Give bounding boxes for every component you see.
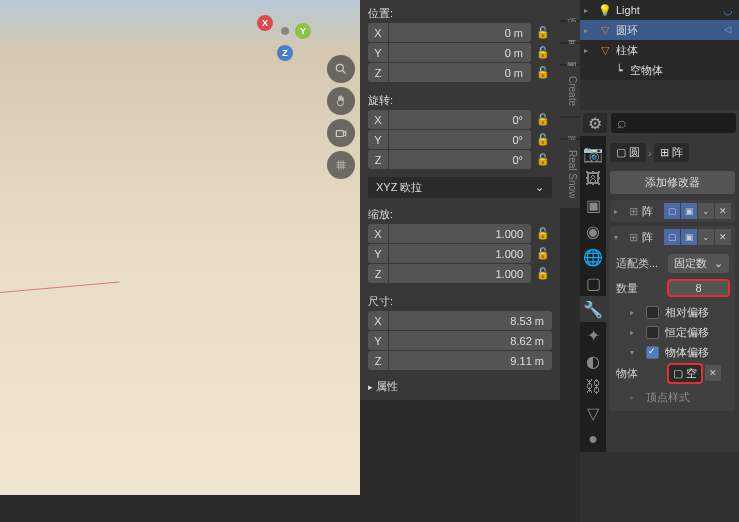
outliner-item-empty[interactable]: ┕ 空物体 — [580, 60, 739, 80]
lock-icon[interactable]: 🔓 — [534, 267, 552, 280]
gizmo-center[interactable] — [281, 27, 289, 35]
expand-icon[interactable]: ▸ — [630, 308, 640, 317]
pan-button[interactable] — [327, 87, 355, 115]
properties-panel-toggle[interactable]: 属性 — [360, 375, 560, 398]
tab-view-layer[interactable]: ▣ — [580, 192, 606, 218]
dim-x-field[interactable]: 8.53 m — [389, 311, 552, 330]
tab-view[interactable]: 视图 — [560, 44, 580, 66]
zoom-button[interactable] — [327, 55, 355, 83]
modifier-name: 阵 — [642, 230, 662, 245]
dim-y-field[interactable]: 8.62 m — [389, 331, 552, 350]
pin-button[interactable]: ⚙ — [583, 113, 607, 133]
gizmo-z-axis[interactable]: Z — [277, 45, 293, 61]
expand-icon[interactable]: ▸ — [630, 393, 640, 402]
expand-icon[interactable]: ▸ — [584, 46, 594, 55]
expand-icon[interactable]: ▾ — [630, 348, 640, 357]
breadcrumb-object[interactable]: ▢ 圆 — [610, 143, 646, 162]
modifier-header[interactable]: ▾ ⊞ 阵 ▢ ▣ ⌄ ✕ — [610, 226, 735, 248]
tab-output[interactable]: 🖼 — [580, 166, 606, 192]
expand-icon[interactable]: ▾ — [614, 233, 624, 242]
properties-search[interactable]: ⌕ — [611, 113, 736, 133]
rotation-y-field[interactable]: 0° — [389, 130, 531, 149]
fit-type-select[interactable]: 固定数⌄ — [668, 254, 729, 273]
lock-icon[interactable]: 🔓 — [534, 247, 552, 260]
tab-material[interactable]: ● — [580, 426, 606, 452]
mod-close[interactable]: ✕ — [715, 203, 731, 219]
axis-y: Y — [368, 43, 388, 62]
mod-dropdown[interactable]: ⌄ — [698, 203, 714, 219]
object-offset-checkbox[interactable] — [646, 346, 659, 359]
scale-y-field[interactable]: 1.000 — [389, 244, 531, 263]
tab-modifiers[interactable]: 🔧 — [580, 296, 606, 322]
lock-icon[interactable]: 🔓 — [534, 227, 552, 240]
tab-object[interactable]: ▢ — [580, 270, 606, 296]
tab-physics[interactable]: ◐ — [580, 348, 606, 374]
scale-z-field[interactable]: 1.000 — [389, 264, 531, 283]
count-field[interactable]: 8 — [668, 280, 729, 296]
viewport-3d[interactable]: X Y Z — [0, 0, 360, 495]
object-offset-row[interactable]: ▾ 物体偏移 — [616, 342, 729, 362]
relative-offset-checkbox[interactable] — [646, 306, 659, 319]
tab-misc[interactable]: 器 — [560, 118, 580, 140]
search-icon: ⌕ — [617, 114, 627, 132]
tab-constraints[interactable]: ⛓ — [580, 374, 606, 400]
lock-icon[interactable]: 🔓 — [534, 46, 552, 59]
gizmo-y-axis[interactable]: Y — [295, 23, 311, 39]
lock-icon[interactable]: 🔓 — [534, 113, 552, 126]
add-modifier-button[interactable]: 添加修改器 — [610, 171, 735, 194]
axis-x-line — [0, 282, 120, 293]
mod-dropdown[interactable]: ⌄ — [698, 229, 714, 245]
modifier-header[interactable]: ▸ ⊞ 阵 ▢ ▣ ⌄ ✕ — [610, 200, 735, 222]
lock-icon[interactable]: 🔓 — [534, 133, 552, 146]
axis-y: Y — [368, 244, 388, 263]
gizmo-x-axis[interactable]: X — [257, 15, 273, 31]
dim-z-field[interactable]: 9.11 m — [389, 351, 552, 370]
tab-item[interactable]: 项 — [560, 0, 580, 22]
outliner-item-cylinder[interactable]: ▸ ▽ 柱体 — [580, 40, 739, 60]
tab-data[interactable]: ▽ — [580, 400, 606, 426]
tab-scene[interactable]: ◉ — [580, 218, 606, 244]
object-clear[interactable]: ✕ — [705, 365, 721, 381]
rotation-z-field[interactable]: 0° — [389, 150, 531, 169]
expand-icon[interactable]: ▸ — [630, 328, 640, 337]
tab-particles[interactable]: ✦ — [580, 322, 606, 348]
lock-icon[interactable]: 🔓 — [534, 66, 552, 79]
outliner-item-torus[interactable]: ▸ ▽ 圆环 ᐊ — [580, 20, 739, 40]
visibility-toggle[interactable]: ◡ — [721, 4, 735, 17]
vertex-row[interactable]: ▸ 顶点样式 — [616, 387, 729, 407]
expand-icon[interactable]: ▸ — [614, 207, 624, 216]
navigation-gizmo[interactable]: X Y Z — [255, 5, 315, 65]
tab-world[interactable]: 🌐 — [580, 244, 606, 270]
scale-label: 缩放: — [368, 205, 552, 224]
rotation-mode-select[interactable]: XYZ 欧拉⌄ — [368, 177, 552, 198]
mod-realtime-toggle[interactable]: ▢ — [664, 229, 680, 245]
mod-realtime-toggle[interactable]: ▢ — [664, 203, 680, 219]
mod-render-toggle[interactable]: ▣ — [681, 229, 697, 245]
location-y-field[interactable]: 0 m — [389, 43, 531, 62]
outliner-item-light[interactable]: ▸ 💡 Light ◡ — [580, 0, 739, 20]
mod-render-toggle[interactable]: ▣ — [681, 203, 697, 219]
tab-tool[interactable]: 工具 — [560, 22, 580, 44]
constant-offset-checkbox[interactable] — [646, 326, 659, 339]
location-x-field[interactable]: 0 m — [389, 23, 531, 42]
breadcrumb-modifier[interactable]: ⊞ 阵 — [654, 143, 689, 162]
tab-render[interactable]: 📷 — [580, 140, 606, 166]
tab-create[interactable]: Create — [560, 66, 580, 118]
lock-icon[interactable]: 🔓 — [534, 26, 552, 39]
constant-offset-row[interactable]: ▸ 恒定偏移 — [616, 322, 729, 342]
scale-x-field[interactable]: 1.000 — [389, 224, 531, 243]
expand-icon[interactable]: ▸ — [584, 6, 594, 15]
camera-button[interactable] — [327, 119, 355, 147]
visibility-toggle[interactable]: ᐊ — [721, 24, 735, 37]
relative-offset-row[interactable]: ▸ 相对偏移 — [616, 302, 729, 322]
tab-real-snow[interactable]: Real Snow — [560, 140, 580, 210]
vertex-label: 顶点样式 — [646, 390, 690, 405]
expand-icon[interactable]: ▸ — [584, 26, 594, 35]
lock-icon[interactable]: 🔓 — [534, 153, 552, 166]
location-z-field[interactable]: 0 m — [389, 63, 531, 82]
object-picker[interactable]: ▢ 空 — [668, 364, 702, 383]
rotation-x-field[interactable]: 0° — [389, 110, 531, 129]
mod-close[interactable]: ✕ — [715, 229, 731, 245]
perspective-button[interactable] — [327, 151, 355, 179]
dimensions-label: 尺寸: — [368, 292, 552, 311]
